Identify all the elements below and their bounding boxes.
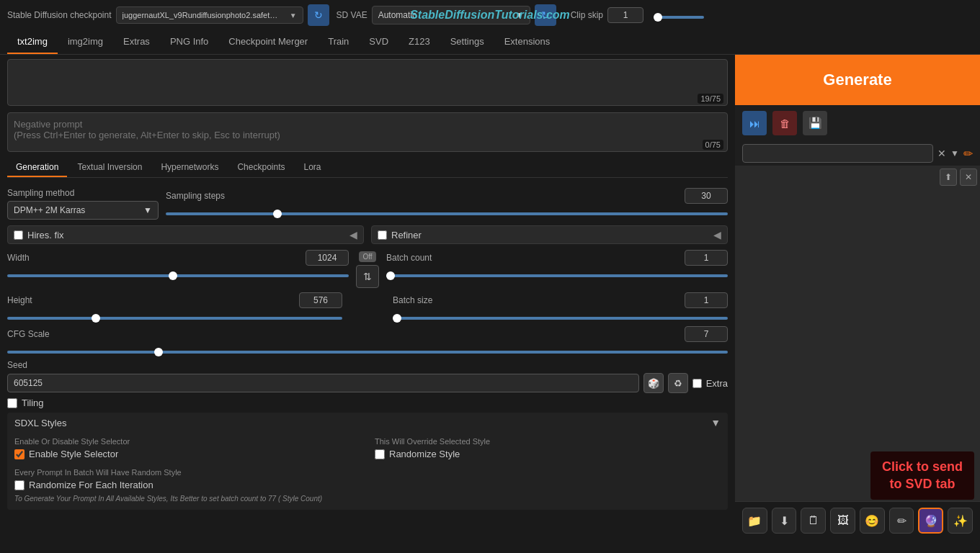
bottom-btn-download[interactable]: ⬇ xyxy=(772,508,797,534)
style-pencil-btn[interactable]: ✏ xyxy=(963,147,973,161)
interrupt-btn[interactable]: 🗑 xyxy=(772,111,797,135)
bottom-btn-image[interactable]: 🖼 xyxy=(830,508,855,534)
sampling-method-label: Sampling method xyxy=(7,188,159,198)
sampling-method-group: Sampling method DPM++ 2M Karras ▼ xyxy=(7,188,159,220)
seed-row: 🎲 ♻ Extra xyxy=(7,373,728,393)
width-group: Width xyxy=(7,250,349,279)
sampling-steps-slider[interactable] xyxy=(166,212,728,215)
gen-tab-generation[interactable]: Generation xyxy=(7,158,67,177)
sdxl-section: SDXL Styles ▼ Enable Or Disable Style Se… xyxy=(7,413,728,510)
swap-section: Off ⇅ xyxy=(356,251,379,288)
batch-count-input[interactable] xyxy=(685,250,728,266)
cfg-scale-slider[interactable] xyxy=(7,351,728,354)
sdxl-body: Enable Or Disable Style Selector Enable … xyxy=(14,434,721,505)
bottom-btn-folder[interactable]: 📁 xyxy=(742,508,767,534)
randomize-style-label: Randomize Style xyxy=(389,449,460,459)
height-slider[interactable] xyxy=(7,317,342,320)
seed-recycle-btn[interactable]: ♻ xyxy=(668,373,688,393)
randomize-each-checkbox[interactable] xyxy=(14,480,24,490)
width-input[interactable] xyxy=(306,250,349,266)
nav-tab-settings[interactable]: Settings xyxy=(440,30,494,54)
style-clear-btn[interactable]: ✕ xyxy=(937,148,946,159)
height-input[interactable] xyxy=(299,292,342,308)
image-expand-btn[interactable]: ⬆ xyxy=(940,168,957,186)
hires-fix-expand-btn[interactable]: ◀ xyxy=(349,229,357,240)
batch-size-input[interactable] xyxy=(685,292,728,308)
swap-btn[interactable]: ⇅ xyxy=(356,265,379,288)
skip-btn[interactable]: ⏭ xyxy=(742,111,767,135)
style-dropdown-btn[interactable]: ▼ xyxy=(950,148,959,158)
generate-button[interactable]: Generate xyxy=(735,55,980,105)
nav-tab-svd[interactable]: SVD xyxy=(359,30,398,54)
enable-style-checkbox[interactable] xyxy=(14,449,24,459)
sampling-steps-input[interactable]: 30 xyxy=(685,188,728,204)
every-prompt-label: Every Prompt In Batch Will Have Random S… xyxy=(14,468,721,477)
bottom-btn-notes[interactable]: 🗒 xyxy=(801,508,826,534)
save-style-btn[interactable]: 💾 xyxy=(803,111,827,135)
top-bar: StableDiffusionTutorials.com Stable Diff… xyxy=(0,0,980,30)
hires-fix-checkbox[interactable] xyxy=(14,230,23,240)
batch-count-label: Batch count xyxy=(386,253,473,263)
nav-tab-img2img[interactable]: img2img xyxy=(58,30,113,54)
positive-prompt-input[interactable] xyxy=(7,59,728,106)
sdxl-col-left: Enable Or Disable Style Selector Enable … xyxy=(14,437,360,464)
seed-group: Seed 🎲 ♻ Extra xyxy=(7,360,728,393)
refiner-checkbox[interactable] xyxy=(378,230,387,240)
nav-tab-train[interactable]: Train xyxy=(318,30,359,54)
positive-prompt-counter: 19/75 xyxy=(698,94,723,104)
main-layout: 19/75 0/75 Generation Textual Inversion … xyxy=(0,55,980,539)
generate-tip: To Generate Your Prompt In All Available… xyxy=(14,495,721,503)
nav-tab-pnginfo[interactable]: PNG Info xyxy=(160,30,218,54)
sampling-method-arrow: ▼ xyxy=(143,205,152,215)
randomize-each-row: Randomize For Each Iteration xyxy=(14,480,721,490)
enable-style-label: Enable Style Selector xyxy=(29,449,118,459)
sdxl-enable-disable-label: Enable Or Disable Style Selector xyxy=(14,437,360,446)
checkpoint-value: juggernautXL_v9Rundiffusionphoto2.safete… xyxy=(122,11,281,19)
width-slider[interactable] xyxy=(7,274,349,277)
cfg-scale-group: CFG Scale xyxy=(7,326,728,356)
nav-tab-extras[interactable]: Extras xyxy=(113,30,160,54)
batch-count-slider[interactable] xyxy=(386,274,728,277)
sampling-method-select[interactable]: DPM++ 2M Karras ▼ xyxy=(7,201,159,220)
sdxl-header[interactable]: SDXL Styles ▼ xyxy=(14,417,721,428)
sdxl-expand-icon: ▼ xyxy=(710,417,721,428)
image-close-btn[interactable]: ✕ xyxy=(960,168,977,186)
sdxl-override-label: This Will Override Selected Style xyxy=(375,437,721,446)
bottom-btn-sparkle[interactable]: ✨ xyxy=(948,508,973,534)
cfg-scale-label: CFG Scale xyxy=(7,329,94,339)
gen-tab-hypernetworks[interactable]: Hypernetworks xyxy=(152,158,227,177)
params-section: Sampling method DPM++ 2M Karras ▼ Sampli… xyxy=(7,188,728,535)
gen-tab-lora[interactable]: Lora xyxy=(295,158,330,177)
sdxl-col-right: This Will Override Selected Style Random… xyxy=(375,437,721,464)
seed-input[interactable] xyxy=(7,374,639,392)
cfg-scale-input[interactable] xyxy=(685,326,728,342)
nav-tab-txt2img[interactable]: txt2img xyxy=(7,30,58,54)
gen-tab-textual-inversion[interactable]: Textual Inversion xyxy=(68,158,151,177)
checkpoint-refresh-btn[interactable]: ↻ xyxy=(308,4,329,26)
refiner-expand-btn[interactable]: ◀ xyxy=(713,229,721,240)
nav-tab-checkpoint-merger[interactable]: Checkpoint Merger xyxy=(218,30,318,54)
sdxl-title: SDXL Styles xyxy=(14,418,67,428)
seed-dice-btn[interactable]: 🎲 xyxy=(643,373,664,393)
randomize-style-row: Randomize Style xyxy=(375,449,721,459)
seed-extra-checkbox[interactable] xyxy=(692,379,702,388)
positive-prompt-box: 19/75 xyxy=(7,59,728,108)
nav-tab-extensions[interactable]: Extensions xyxy=(494,30,561,54)
bottom-btn-edit[interactable]: ✏ xyxy=(889,508,914,534)
nav-tab-z123[interactable]: Z123 xyxy=(398,30,440,54)
checkpoint-select[interactable]: juggernautXL_v9Rundiffusionphoto2.safete… xyxy=(116,6,303,24)
clip-slider[interactable] xyxy=(654,16,704,19)
sampling-steps-label: Sampling steps xyxy=(166,191,252,201)
clip-input[interactable]: 1 xyxy=(607,7,643,23)
style-input[interactable] xyxy=(742,144,933,163)
bottom-btn-face[interactable]: 😊 xyxy=(860,508,885,534)
tiling-checkbox[interactable] xyxy=(7,398,17,408)
bottom-btn-svd[interactable]: 🔮 xyxy=(918,508,943,534)
hires-fix-row: Hires. fix ◀ xyxy=(7,225,364,244)
randomize-style-checkbox[interactable] xyxy=(375,449,385,459)
width-label: Width xyxy=(7,253,94,263)
batch-size-slider[interactable] xyxy=(393,317,728,320)
negative-prompt-input[interactable] xyxy=(7,112,728,152)
sdxl-columns: Enable Or Disable Style Selector Enable … xyxy=(14,437,721,464)
gen-tab-checkpoints[interactable]: Checkpoints xyxy=(228,158,293,177)
